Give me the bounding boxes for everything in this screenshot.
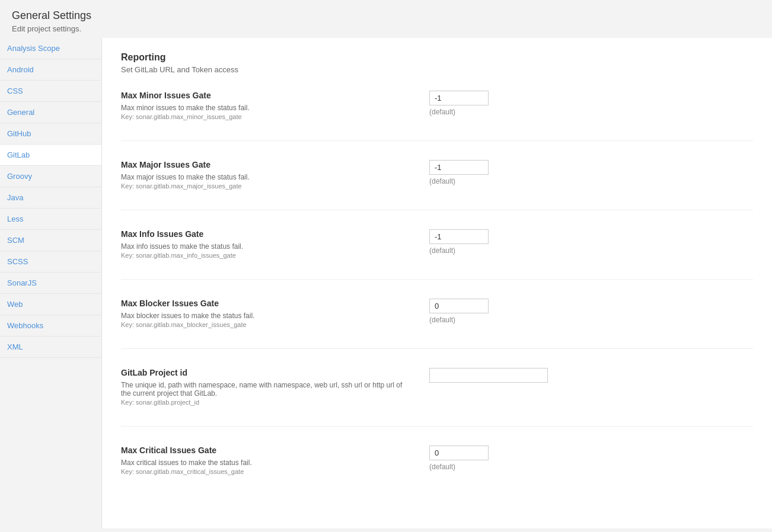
setting-desc-gitlab-project-id: The unique id, path with namespace, name… [121, 381, 406, 398]
sidebar-item-android[interactable]: Android [0, 59, 101, 81]
setting-block-max-minor: Max Minor Issues Gate Max minor issues t… [121, 91, 753, 141]
sidebar-item-xml[interactable]: XML [0, 336, 101, 358]
setting-key-max-info: Key: sonar.gitlab.max_info_issues_gate [121, 252, 406, 259]
sidebar-item-gitlab[interactable]: GitLab [0, 145, 101, 166]
sidebar-item-analysis-scope[interactable]: Analysis Scope [0, 38, 101, 59]
setting-name-gitlab-project-id: GitLab Project id [121, 368, 406, 377]
setting-key-gitlab-project-id: Key: sonar.gitlab.project_id [121, 399, 406, 406]
setting-desc-max-blocker: Max blocker issues to make the status fa… [121, 312, 406, 320]
sidebar-item-css[interactable]: CSS [0, 81, 101, 102]
sidebar-item-general[interactable]: General [0, 102, 101, 123]
setting-desc-max-critical: Max critical issues to make the status f… [121, 459, 406, 467]
sidebar-item-github[interactable]: GitHub [0, 123, 101, 145]
setting-name-max-critical: Max Critical Issues Gate [121, 446, 406, 455]
setting-name-max-blocker: Max Blocker Issues Gate [121, 299, 406, 308]
setting-name-max-major: Max Major Issues Gate [121, 160, 406, 169]
setting-name-max-minor: Max Minor Issues Gate [121, 91, 406, 100]
section-title: Reporting [121, 52, 753, 63]
setting-key-max-blocker: Key: sonar.gitlab.max_blocker_issues_gat… [121, 321, 406, 328]
sidebar-item-groovy[interactable]: Groovy [0, 166, 101, 187]
setting-block-max-info: Max Info Issues Gate Max info issues to … [121, 229, 753, 280]
setting-default-max-info: (default) [429, 246, 455, 255]
page-subtitle: Edit project settings. [12, 24, 760, 33]
setting-default-max-blocker: (default) [429, 316, 455, 324]
setting-default-max-minor: (default) [429, 108, 455, 116]
setting-default-max-critical: (default) [429, 463, 455, 471]
setting-input-max-major[interactable] [429, 160, 489, 175]
setting-block-max-major: Max Major Issues Gate Max major issues t… [121, 160, 753, 210]
setting-key-max-critical: Key: sonar.gitlab.max_critical_issues_ga… [121, 468, 406, 475]
setting-key-max-minor: Key: sonar.gitlab.max_minor_issues_gate [121, 113, 406, 120]
setting-desc-max-minor: Max minor issues to make the status fail… [121, 104, 406, 112]
section-subtitle: Set GitLab URL and Token access [121, 65, 753, 74]
setting-default-max-major: (default) [429, 177, 455, 185]
page-title: General Settings [12, 9, 760, 22]
sidebar-item-less[interactable]: Less [0, 209, 101, 230]
setting-input-max-critical[interactable] [429, 446, 489, 460]
setting-desc-max-info: Max info issues to make the status fail. [121, 242, 406, 251]
setting-input-max-minor[interactable] [429, 91, 489, 105]
sidebar-item-scm[interactable]: SCM [0, 230, 101, 251]
sidebar-item-web[interactable]: Web [0, 294, 101, 315]
setting-desc-max-major: Max major issues to make the status fail… [121, 173, 406, 181]
setting-input-gitlab-project-id[interactable] [429, 368, 548, 383]
setting-key-max-major: Key: sonar.gitlab.max_major_issues_gate [121, 182, 406, 190]
setting-block-max-critical: Max Critical Issues Gate Max critical is… [121, 446, 753, 495]
main-content: Reporting Set GitLab URL and Token acces… [102, 38, 772, 528]
setting-name-max-info: Max Info Issues Gate [121, 229, 406, 239]
setting-block-max-blocker: Max Blocker Issues Gate Max blocker issu… [121, 299, 753, 349]
setting-input-max-info[interactable] [429, 229, 489, 244]
setting-input-max-blocker[interactable] [429, 299, 489, 313]
sidebar-item-java[interactable]: Java [0, 187, 101, 209]
sidebar-item-webhooks[interactable]: Webhooks [0, 315, 101, 336]
sidebar-item-scss[interactable]: SCSS [0, 251, 101, 273]
sidebar: Analysis ScopeAndroidCSSGeneralGitHubGit… [0, 38, 102, 528]
setting-block-gitlab-project-id: GitLab Project id The unique id, path wi… [121, 368, 753, 427]
sidebar-item-sonarjs[interactable]: SonarJS [0, 273, 101, 294]
